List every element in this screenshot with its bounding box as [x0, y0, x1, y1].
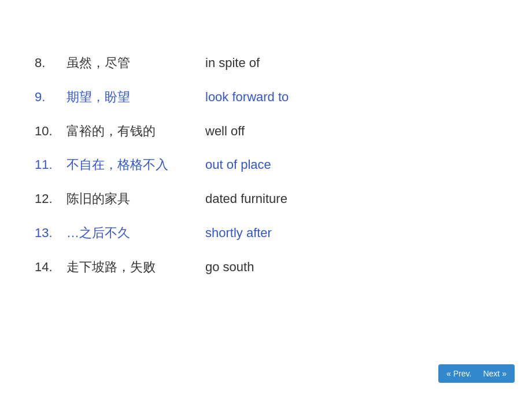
next-button[interactable]: Next » — [477, 364, 515, 383]
vocab-chinese: 走下坡路，失败 — [66, 258, 205, 276]
vocab-row: 13. …之后不久 shortly after — [35, 216, 497, 250]
vocab-number: 10. — [35, 123, 66, 141]
vocab-row: 9. 期望，盼望 look forward to — [35, 80, 497, 114]
vocab-english: out of place — [205, 156, 271, 174]
vocab-number: 14. — [35, 258, 66, 276]
vocab-chinese: 富裕的，有钱的 — [66, 123, 205, 141]
vocab-number: 9. — [35, 88, 66, 106]
vocab-chinese: 陈旧的家具 — [66, 190, 205, 208]
vocab-row: 11. 不自在，格格不入 out of place — [35, 148, 497, 182]
prev-arrow-icon: « — [446, 369, 451, 378]
prev-label: Prev. — [453, 369, 472, 378]
vocab-english: shortly after — [205, 224, 272, 242]
vocab-chinese: 期望，盼望 — [66, 88, 205, 106]
vocab-chinese: …之后不久 — [66, 224, 205, 242]
vocab-list: 8. 虽然，尽管 in spite of 9. 期望，盼望 look forwa… — [35, 46, 497, 285]
vocab-english: dated furniture — [205, 190, 287, 208]
vocab-english: go south — [205, 258, 254, 276]
nav-buttons: « Prev. Next » — [438, 364, 515, 383]
vocab-number: 12. — [35, 190, 66, 208]
main-content: 8. 虽然，尽管 in spite of 9. 期望，盼望 look forwa… — [0, 0, 532, 308]
vocab-row: 14. 走下坡路，失败 go south — [35, 250, 497, 285]
vocab-number: 8. — [35, 54, 66, 72]
vocab-english: look forward to — [205, 88, 289, 106]
vocab-english: well off — [205, 123, 245, 141]
vocab-row: 8. 虽然，尽管 in spite of — [35, 46, 497, 80]
vocab-row: 12. 陈旧的家具 dated furniture — [35, 182, 497, 216]
vocab-number: 11. — [35, 156, 66, 174]
vocab-row: 10. 富裕的，有钱的 well off — [35, 114, 497, 149]
vocab-chinese: 虽然，尽管 — [66, 54, 205, 72]
next-arrow-icon: » — [502, 369, 507, 378]
vocab-number: 13. — [35, 224, 66, 242]
prev-button[interactable]: « Prev. — [438, 364, 477, 383]
vocab-english: in spite of — [205, 54, 260, 72]
next-label: Next — [483, 369, 500, 378]
vocab-chinese: 不自在，格格不入 — [66, 156, 205, 174]
